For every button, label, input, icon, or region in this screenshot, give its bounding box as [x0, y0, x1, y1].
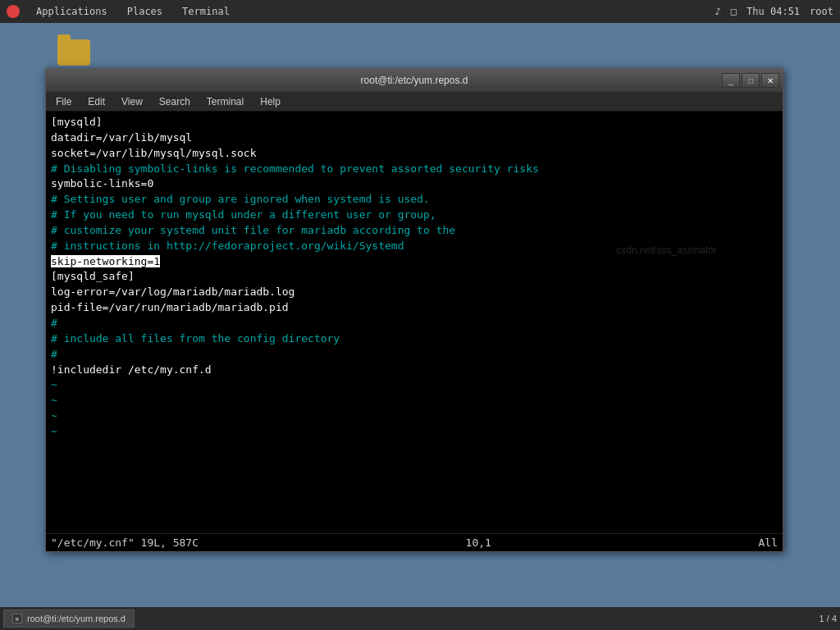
minimize-button[interactable]: _: [722, 73, 740, 88]
content-line-0: [mysqld]: [51, 115, 778, 130]
app-icon: [7, 5, 20, 18]
content-line-5: # Settings user and group are ignored wh…: [51, 192, 778, 208]
terminal-content[interactable]: [mysqld] datadir=/var/lib/mysql socket=/…: [46, 112, 783, 533]
content-line-6: # If you need to run mysqld under a diff…: [51, 208, 778, 223]
content-line-8: # instructions in http://fedoraproject.o…: [51, 239, 778, 254]
content-line-15: # include all files from the config dire…: [51, 331, 778, 347]
content-line-7: # customize your systemd unit file for m…: [51, 223, 778, 239]
content-line-10: [mysqld_safe]: [51, 269, 778, 285]
applications-menu[interactable]: Applications: [33, 4, 111, 19]
menu-terminal[interactable]: Terminal: [200, 94, 250, 109]
status-position: 10,1: [466, 536, 491, 549]
status-scroll: All: [759, 536, 778, 549]
content-line-4: symbolic-links=0: [51, 176, 778, 192]
terminal-window: root@ti:/etc/yum.repos.d _ □ ✕ File Edit…: [45, 68, 783, 552]
content-line-1: datadir=/var/lib/mysql: [51, 130, 778, 146]
content-line-3: # Disabling symbolic-links is recommende…: [51, 162, 778, 177]
menu-edit[interactable]: Edit: [81, 94, 112, 109]
content-line-19: ~: [51, 377, 778, 393]
taskbar-item-label: root@ti:/etc/yum.repos.d: [27, 614, 126, 623]
display-icon[interactable]: □: [731, 6, 737, 17]
content-line-9: skip-networking=1: [51, 254, 778, 270]
content-line-11: log-error=/var/log/mariadb/mariadb.log: [51, 285, 778, 300]
maximize-button[interactable]: □: [742, 73, 760, 88]
window-controls: _ □ ✕: [722, 73, 779, 88]
menu-view[interactable]: View: [115, 94, 149, 109]
menu-help[interactable]: Help: [253, 94, 287, 109]
system-bar-right: ♪ □ Thu 04:51 root: [715, 6, 833, 17]
content-line-17: !includedir /etc/my.cnf.d: [51, 363, 778, 378]
content-line-2: socket=/var/lib/mysql/mysql.sock: [51, 146, 778, 162]
desktop-folder-icon[interactable]: [49, 39, 98, 66]
menu-bar: File Edit View Search Terminal Help: [46, 92, 783, 112]
menu-search[interactable]: Search: [153, 94, 197, 109]
content-line-21: ~: [51, 409, 778, 424]
title-bar: root@ti:/etc/yum.repos.d _ □ ✕: [46, 69, 783, 92]
content-line-22: ~: [51, 424, 778, 440]
clock: Thu 04:51: [746, 6, 800, 17]
system-bar: Applications Places Terminal ♪ □ Thu 04:…: [0, 0, 840, 23]
taskbar: ■ root@ti:/etc/yum.repos.d 1 / 4: [0, 607, 840, 630]
taskbar-terminal-item[interactable]: ■ root@ti:/etc/yum.repos.d: [3, 609, 135, 628]
close-button[interactable]: ✕: [761, 73, 779, 88]
taskbar-page-indicator: 1 / 4: [819, 614, 837, 623]
content-line-14: #: [51, 316, 778, 331]
content-line-20: ~: [51, 393, 778, 409]
user-label: root: [810, 6, 833, 17]
status-file-info: "/etc/my.cnf" 19L, 587C: [51, 536, 199, 549]
volume-icon[interactable]: ♪: [715, 6, 721, 17]
window-title: root@ti:/etc/yum.repos.d: [361, 75, 468, 86]
taskbar-icon: ■: [12, 614, 22, 623]
content-line-16: #: [51, 347, 778, 363]
places-menu[interactable]: Places: [124, 4, 166, 19]
status-bar: "/etc/my.cnf" 19L, 587C 10,1 All: [46, 533, 783, 551]
system-bar-left: Applications Places Terminal: [7, 4, 702, 19]
terminal-menu[interactable]: Terminal: [179, 4, 233, 19]
content-line-12: pid-file=/var/run/mariadb/mariadb.pid: [51, 300, 778, 316]
desktop: root@ti:/etc/yum.repos.d _ □ ✕ File Edit…: [0, 23, 840, 630]
menu-file[interactable]: File: [49, 94, 78, 109]
folder-shape: [57, 39, 90, 66]
